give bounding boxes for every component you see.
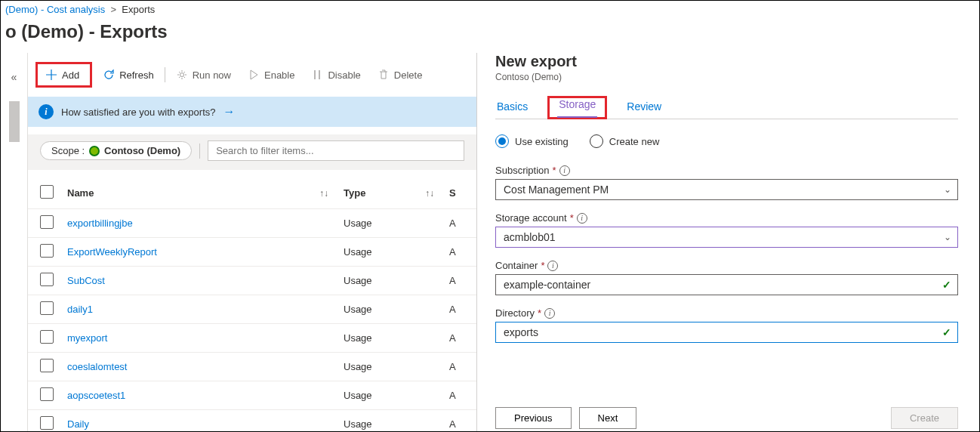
breadcrumb-cost-analysis[interactable]: (Demo) - Cost analysis bbox=[5, 4, 105, 15]
table-row[interactable]: coeslalomtestUsageA bbox=[28, 353, 476, 381]
disable-button[interactable]: Disable bbox=[305, 66, 366, 84]
radio-label: Use existing bbox=[515, 136, 569, 147]
scope-pill[interactable]: Scope : Contoso (Demo) bbox=[40, 141, 192, 160]
directory-input[interactable]: exports✓ bbox=[495, 322, 958, 343]
col-name[interactable]: Name bbox=[67, 187, 94, 199]
row-checkbox[interactable] bbox=[40, 244, 54, 258]
required-icon: * bbox=[541, 260, 544, 271]
refresh-button[interactable]: Refresh bbox=[97, 66, 160, 84]
storage-mode-radio: Use existing Create new bbox=[495, 134, 958, 148]
field-storage-account: Storage account * i acmblob01⌄ bbox=[495, 212, 958, 248]
export-name-link[interactable]: aopscoetest1 bbox=[67, 390, 125, 401]
enable-label: Enable bbox=[264, 69, 294, 81]
export-name-link[interactable]: coeslalomtest bbox=[67, 361, 127, 372]
refresh-label: Refresh bbox=[119, 69, 154, 81]
export-name-link[interactable]: daily1 bbox=[67, 304, 93, 315]
row-checkbox[interactable] bbox=[40, 387, 54, 401]
panel-subtitle: Contoso (Demo) bbox=[495, 72, 958, 82]
export-name-link[interactable]: ExportWeeklyReport bbox=[67, 246, 157, 258]
export-type: Usage bbox=[344, 304, 449, 315]
enable-button[interactable]: Enable bbox=[242, 66, 300, 84]
filter-row: Scope : Contoso (Demo) bbox=[28, 134, 476, 170]
tab-storage[interactable]: Storage bbox=[557, 94, 597, 118]
next-button[interactable]: Next bbox=[579, 407, 637, 429]
page-title: o (Demo) - Exports bbox=[1, 20, 979, 53]
collapse-icon[interactable]: « bbox=[11, 71, 17, 83]
scrollbar[interactable] bbox=[9, 101, 20, 142]
previous-button[interactable]: Previous bbox=[495, 407, 572, 429]
row-checkbox[interactable] bbox=[40, 359, 54, 372]
required-icon: * bbox=[553, 165, 556, 176]
info-hint-icon[interactable]: i bbox=[577, 213, 587, 224]
trash-icon bbox=[378, 69, 390, 81]
radio-label: Create new bbox=[609, 136, 659, 147]
info-hint-icon[interactable]: i bbox=[544, 308, 555, 319]
highlight-add: Add bbox=[35, 62, 92, 88]
panel-title: New export bbox=[495, 53, 958, 70]
chevron-down-icon: ⌄ bbox=[944, 184, 951, 195]
sort-icon[interactable]: ↑↓ bbox=[425, 188, 434, 199]
sort-icon[interactable]: ↑↓ bbox=[319, 188, 328, 199]
panel-tabs: Basics Storage Review bbox=[495, 96, 958, 119]
table-row[interactable]: daily1UsageA bbox=[28, 295, 476, 324]
row-checkbox[interactable] bbox=[40, 273, 54, 286]
container-input[interactable]: example-container✓ bbox=[495, 274, 958, 295]
select-all-checkbox[interactable] bbox=[40, 185, 54, 199]
search-input[interactable] bbox=[208, 140, 464, 161]
export-type: Usage bbox=[344, 218, 449, 229]
scope-label: Scope : bbox=[51, 145, 85, 156]
export-status: A bbox=[449, 390, 464, 401]
export-status: A bbox=[449, 418, 464, 430]
radio-use-existing[interactable]: Use existing bbox=[495, 134, 569, 148]
row-checkbox[interactable] bbox=[40, 330, 54, 344]
col-type[interactable]: Type bbox=[344, 187, 365, 199]
export-status: A bbox=[449, 275, 464, 286]
info-hint-icon[interactable]: i bbox=[559, 165, 570, 176]
divider bbox=[199, 143, 200, 159]
delete-button[interactable]: Delete bbox=[371, 66, 429, 84]
feedback-text: How satisfied are you with exports? bbox=[61, 106, 215, 118]
run-now-label: Run now bbox=[193, 69, 231, 81]
table-row[interactable]: ExportWeeklyReportUsageA bbox=[28, 238, 476, 267]
row-checkbox[interactable] bbox=[40, 301, 54, 315]
feedback-link-icon[interactable]: → bbox=[223, 105, 235, 119]
export-status: A bbox=[449, 361, 464, 372]
breadcrumb: (Demo) - Cost analysis > Exports bbox=[1, 1, 979, 20]
radio-create-new[interactable]: Create new bbox=[590, 134, 659, 148]
table-row[interactable]: SubCostUsageA bbox=[28, 267, 476, 295]
export-name-link[interactable]: exportbillingjbe bbox=[67, 218, 133, 229]
export-name-link[interactable]: SubCost bbox=[67, 275, 105, 286]
play-icon bbox=[248, 69, 260, 81]
label: Storage account bbox=[495, 212, 567, 224]
tab-basics[interactable]: Basics bbox=[495, 96, 529, 119]
check-ok-icon: ✓ bbox=[942, 326, 951, 338]
value: exports bbox=[504, 326, 538, 338]
radio-icon bbox=[590, 134, 603, 148]
main-content: Add Refresh Run now Enable Disable bbox=[28, 53, 476, 432]
table-row[interactable]: exportbillingjbeUsageA bbox=[28, 209, 476, 238]
subscription-select[interactable]: Cost Management PM⌄ bbox=[495, 179, 958, 200]
panel-header: New export Contoso (Demo) bbox=[495, 53, 958, 96]
value: example-container bbox=[504, 279, 590, 291]
export-type: Usage bbox=[344, 332, 449, 344]
info-hint-icon[interactable]: i bbox=[547, 261, 558, 271]
export-type: Usage bbox=[344, 246, 449, 258]
row-checkbox[interactable] bbox=[40, 416, 54, 430]
tab-review[interactable]: Review bbox=[625, 96, 663, 119]
export-name-link[interactable]: Daily bbox=[67, 418, 89, 430]
gear-icon bbox=[176, 69, 188, 81]
export-name-link[interactable]: myexport bbox=[67, 332, 107, 344]
col-s[interactable]: S bbox=[449, 187, 456, 199]
row-checkbox[interactable] bbox=[40, 215, 54, 229]
breadcrumb-separator: > bbox=[108, 4, 119, 15]
table-row[interactable]: myexportUsageA bbox=[28, 324, 476, 353]
table-row[interactable]: aopscoetest1UsageA bbox=[28, 381, 476, 410]
field-subscription: Subscription * i Cost Management PM⌄ bbox=[495, 165, 958, 200]
radio-icon bbox=[495, 134, 509, 148]
export-type: Usage bbox=[344, 390, 449, 401]
storage-account-select[interactable]: acmblob01⌄ bbox=[495, 227, 958, 248]
add-button[interactable]: Add bbox=[39, 66, 85, 84]
svg-point-0 bbox=[180, 73, 183, 77]
run-now-button[interactable]: Run now bbox=[170, 66, 237, 84]
table-row[interactable]: DailyUsageA bbox=[28, 410, 476, 432]
